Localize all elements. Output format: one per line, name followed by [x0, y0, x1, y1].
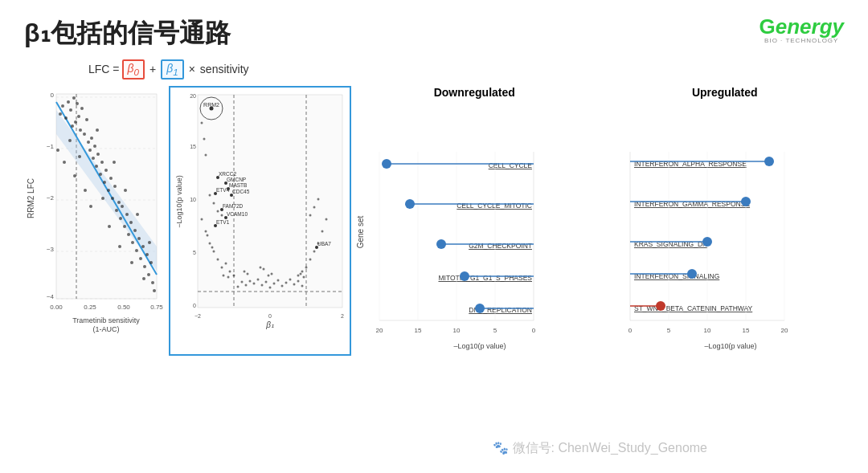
beta1-box: β1: [161, 59, 183, 80]
svg-point-141: [303, 275, 305, 278]
svg-point-100: [269, 286, 272, 288]
svg-point-17: [61, 104, 64, 108]
svg-point-49: [123, 225, 126, 228]
svg-point-68: [78, 155, 81, 158]
svg-point-55: [135, 249, 138, 252]
svg-point-219: [764, 157, 774, 166]
svg-point-107: [241, 280, 244, 283]
main-content: RRM2 LFC Trametinib sensitivity (1-AUC) …: [24, 86, 844, 356]
svg-point-61: [147, 273, 150, 276]
svg-point-104: [285, 281, 288, 283]
svg-point-135: [271, 272, 273, 275]
svg-text:0: 0: [628, 327, 632, 334]
svg-point-59: [143, 265, 146, 268]
svg-point-128: [321, 230, 324, 232]
svg-point-196: [436, 239, 446, 249]
svg-point-66: [68, 139, 72, 142]
svg-point-119: [229, 270, 231, 272]
upregulated-chart: Upregulated –Log10(p value) 0 5 10 15 20…: [606, 86, 845, 356]
svg-point-65: [63, 161, 66, 164]
svg-point-98: [261, 283, 264, 286]
formula-sensitivity: sensitivity: [200, 63, 249, 75]
svg-point-26: [79, 128, 82, 132]
svg-point-67: [73, 174, 76, 177]
bar-charts-section: Downregulated Gene set –Log10(p value) 2…: [355, 86, 844, 356]
svg-point-16: [59, 112, 62, 116]
svg-text:2: 2: [341, 313, 344, 319]
svg-point-44: [113, 185, 117, 188]
svg-point-40: [104, 169, 108, 172]
svg-text:ETV1: ETV1: [216, 219, 230, 225]
svg-point-131: [297, 274, 300, 276]
svg-point-122: [207, 234, 209, 236]
svg-text:CELL_CYCLE_MITOTIC: CELL_CYCLE_MITOTIC: [457, 202, 532, 210]
svg-text:0: 0: [51, 92, 55, 99]
svg-point-115: [213, 250, 215, 252]
svg-point-25: [77, 115, 80, 118]
downregulated-svg: Gene set –Log10(p value) 20 15 10 5 0 CE…: [355, 104, 580, 353]
svg-point-117: [205, 230, 207, 232]
svg-text:10: 10: [703, 327, 710, 334]
svg-text:−Log10(p value): −Log10(p value): [175, 175, 183, 227]
svg-point-109: [289, 278, 292, 280]
svg-point-142: [217, 210, 219, 212]
svg-point-147: [317, 198, 320, 200]
svg-text:G2M_CHECKPOINT: G2M_CHECKPOINT: [469, 242, 532, 250]
svg-point-37: [99, 173, 102, 176]
svg-point-145: [209, 194, 211, 196]
svg-point-133: [247, 272, 249, 275]
svg-text:0.00: 0.00: [50, 304, 63, 311]
svg-point-99: [265, 280, 268, 283]
scatter-x-label: Trametinib sensitivity: [72, 316, 140, 324]
svg-text:RRM2: RRM2: [203, 102, 219, 108]
svg-point-96: [253, 282, 256, 284]
formula-plus: +: [149, 63, 156, 75]
svg-point-150: [203, 137, 206, 140]
svg-point-60: [145, 253, 149, 256]
svg-text:MITOTIC_G1_G1_S_PHASES: MITOTIC_G1_G1_S_PHASES: [438, 274, 532, 282]
svg-point-19: [67, 100, 70, 104]
page-title: β₁包括的信号通路: [24, 16, 231, 51]
svg-text:FAM72D: FAM72D: [223, 203, 244, 209]
svg-point-24: [76, 102, 79, 105]
scatter-x-sublabel: (1-AUC): [93, 325, 120, 333]
svg-point-46: [117, 201, 121, 204]
svg-text:5: 5: [493, 327, 497, 334]
svg-text:GMCNP: GMCNP: [227, 177, 246, 182]
svg-text:0.50: 0.50: [117, 304, 130, 311]
svg-point-136: [260, 266, 262, 268]
upregulated-svg: –Log10(p value) 0 5 10 15 20 INTERFERON_…: [606, 104, 839, 353]
svg-point-129: [326, 218, 328, 220]
logo-energy: energy: [776, 14, 844, 39]
svg-point-78: [136, 213, 139, 216]
svg-point-139: [227, 275, 230, 278]
svg-text:0.25: 0.25: [84, 304, 96, 311]
downregulated-title: Downregulated: [355, 86, 594, 99]
svg-point-148: [309, 214, 312, 216]
svg-point-56: [137, 237, 141, 240]
svg-point-63: [151, 281, 154, 284]
svg-point-38: [100, 161, 104, 164]
svg-text:−2: −2: [47, 194, 55, 202]
svg-text:0.75: 0.75: [150, 304, 163, 311]
svg-text:0: 0: [193, 303, 196, 308]
svg-point-31: [88, 149, 92, 152]
svg-point-110: [293, 283, 296, 285]
svg-text:20: 20: [376, 327, 383, 334]
svg-point-75: [118, 245, 121, 248]
watermark-icon: 🐾: [493, 441, 509, 455]
svg-text:−4: −4: [47, 293, 55, 300]
svg-point-43: [111, 197, 114, 200]
svg-text:–Log10(p value): –Log10(p value): [453, 342, 506, 350]
svg-point-51: [127, 233, 130, 236]
svg-point-28: [83, 133, 86, 136]
logo: Genergy BIO · TECHNOLOGY: [760, 16, 845, 44]
svg-text:15: 15: [190, 144, 196, 149]
svg-text:5: 5: [193, 250, 196, 255]
svg-point-36: [96, 153, 100, 156]
svg-point-23: [74, 120, 77, 124]
svg-text:10: 10: [453, 327, 461, 334]
svg-point-225: [687, 269, 697, 279]
volcano-svg: −Log10(p value) β₁ 0 5 10 15 20 −2 0 2: [174, 91, 346, 348]
svg-point-80: [148, 241, 151, 244]
